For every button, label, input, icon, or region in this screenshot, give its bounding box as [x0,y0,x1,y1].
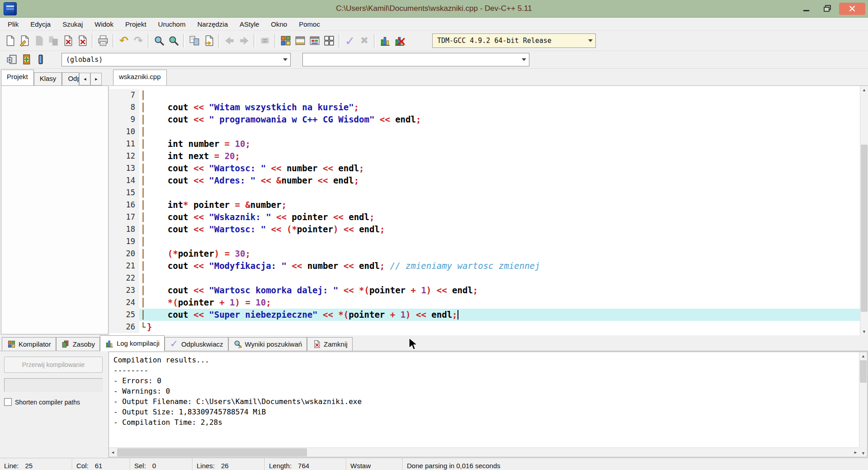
code-line-24[interactable]: 24│ *(pointer + 1) = 10; [110,296,860,309]
redo-icon[interactable]: ↷ [132,34,145,47]
line-number[interactable]: 26 [110,321,139,333]
save-icon[interactable] [32,34,46,47]
code-line-23[interactable]: 23│ cout << "Wartosc komorka dalej: " <<… [110,284,860,296]
log-horizontal-scrollbar[interactable]: ◄ ► [109,447,859,457]
scroll-up-arrow-icon[interactable]: ▲ [860,86,868,94]
code-text[interactable]: cout << "Super niebezpieczne" << *(point… [147,309,860,321]
code-line-22[interactable]: 22│ [110,272,860,284]
code-editor[interactable]: 7│8│ cout << "Witam wszystkich na kursie… [110,85,868,335]
scroll-up-arrow-icon[interactable]: ▲ [859,352,867,360]
menu-projekt[interactable]: Projekt [119,19,152,29]
code-line-21[interactable]: 21│ cout << "Modyfikacja: " << number <<… [110,260,860,272]
forward-icon[interactable] [237,34,251,47]
line-number[interactable]: 14 [110,174,139,187]
minimize-button[interactable] [797,3,816,15]
code-line-11[interactable]: 11│ int number = 10; [110,138,860,150]
abort-compilation-icon[interactable]: ✖ [358,34,371,47]
tab-scroll-left-icon[interactable]: ◄ [79,73,90,85]
log-scrollbar-thumb[interactable] [860,360,867,383]
line-number[interactable]: 24 [110,296,139,309]
bottom-tab-kompilator[interactable]: Kompilator [2,337,56,351]
open-file-icon[interactable] [18,34,31,47]
menu-pomoc[interactable]: Pomoc [293,19,326,29]
menu-plik[interactable]: Plik [2,19,24,29]
compile-icon[interactable] [279,34,292,47]
code-text[interactable]: cout << "Wartosc: " << number << endl; [147,162,860,174]
profile-icon[interactable] [378,34,392,47]
globals-select[interactable]: (globals) [61,53,291,66]
code-text[interactable] [147,187,860,199]
code-area[interactable]: 7│8│ cout << "Witam wszystkich na kursie… [110,86,860,335]
scroll-right-arrow-icon[interactable]: ► [852,448,859,457]
left-tab-klasy[interactable]: Klasy [34,72,62,85]
syntax-check-icon[interactable]: ✓ [343,34,357,47]
new-file-icon[interactable] [3,34,17,47]
menu-uruchom[interactable]: Uruchom [152,19,192,29]
project-panel[interactable] [1,85,108,334]
code-text[interactable] [147,126,860,138]
code-line-9[interactable]: 9│ cout << " programowania w C++ CG Wisd… [110,113,860,126]
menu-okno[interactable]: Okno [265,19,293,29]
line-number[interactable]: 19 [110,235,139,248]
shorten-paths-checkbox[interactable] [4,398,12,406]
code-line-8[interactable]: 8│ cout << "Witam wszystkich na kursie"; [110,101,860,113]
scroll-down-arrow-icon[interactable]: ▼ [860,328,868,335]
line-number[interactable]: 17 [110,211,139,223]
bottom-tab-zasoby[interactable]: Zasoby [56,337,100,351]
scroll-left-arrow-icon[interactable]: ◄ [109,448,117,457]
code-line-18[interactable]: 18│ cout << "Wartosc: " << (*pointer) <<… [110,223,860,235]
menu-edycja[interactable]: Edycja [24,19,57,29]
code-line-16[interactable]: 16│ int* pointer = &number; [110,199,860,211]
editor-scrollbar-thumb[interactable] [861,145,868,312]
left-tab-projekt[interactable]: Projekt [1,70,34,85]
menu-widok[interactable]: Widok [89,19,119,29]
code-line-14[interactable]: 14│ cout << "Adres: " << &number << endl… [110,174,860,187]
bottom-tab-odpluskwiacz[interactable]: ✓Odpluskwiacz [165,337,228,351]
line-number[interactable]: 15 [110,187,139,199]
compiler-select[interactable]: TDM-GCC 4.9.2 64-bit Release [432,33,596,48]
tab-wskazniki-cpp[interactable]: wskazniki.cpp [113,70,167,85]
code-text[interactable] [147,89,860,101]
line-number[interactable]: 13 [110,162,139,174]
code-text[interactable]: int* pointer = &number; [147,199,860,211]
menu-narzędzia[interactable]: Narzędzia [191,19,234,29]
close-file-icon[interactable] [61,34,75,47]
line-number[interactable]: 23 [110,284,139,296]
code-text[interactable]: cout << "Wartosc komorka dalej: " << *(p… [147,284,860,296]
line-number[interactable]: 21 [110,260,139,272]
bottom-tab-wyniki-poszukiwa-[interactable]: Wyniki poszukiwań [228,337,307,351]
code-line-26[interactable]: 26└} [110,321,860,333]
rebuild-all-icon[interactable] [322,34,336,47]
replace-icon[interactable] [188,34,201,47]
line-number[interactable]: 18 [110,223,139,235]
save-all-icon[interactable] [47,34,60,47]
close-all-icon[interactable] [75,34,89,47]
find-in-files-icon[interactable] [167,34,180,47]
code-text[interactable]: int number = 10; [147,138,860,150]
restore-button[interactable] [818,3,836,15]
menu-astyle[interactable]: AStyle [234,19,265,29]
code-line-7[interactable]: 7│ [110,89,860,101]
bottom-tab-log-kompilacji[interactable]: Log kompilacji [100,335,165,351]
code-text[interactable]: cout << "Adres: " << &number << endl; [147,174,860,187]
code-line-15[interactable]: 15│ [110,187,860,199]
code-text[interactable]: cout << "Modyfikacja: " << number << end… [147,260,860,272]
line-number[interactable]: 25 [110,309,139,321]
code-line-19[interactable]: 19│ [110,235,860,248]
goto-bookmark-icon[interactable] [34,53,47,66]
close-button[interactable] [839,3,865,15]
code-line-13[interactable]: 13│ cout << "Wartosc: " << number << end… [110,162,860,174]
line-number[interactable]: 9 [110,113,139,126]
code-text[interactable]: *(pointer + 1) = 10; [147,296,860,309]
code-text[interactable]: (*pointer) = 30; [147,248,860,260]
log-vertical-scrollbar[interactable]: ▲ ▼ [859,352,867,457]
delete-profiling-icon[interactable] [393,34,406,47]
members-select[interactable] [302,53,529,66]
code-line-25[interactable]: 25│ cout << "Super niebezpieczne" << *(p… [110,309,860,321]
code-text[interactable]: cout << " programowania w C++ CG Wisdom"… [147,113,860,126]
code-text[interactable]: cout << "Witam wszystkich na kursie"; [147,101,860,113]
goto-line-icon[interactable] [202,34,216,47]
find-icon[interactable] [152,34,166,47]
bottom-tab-zamknij[interactable]: Zamknij [307,337,353,351]
chevron-down-icon[interactable] [280,58,290,61]
